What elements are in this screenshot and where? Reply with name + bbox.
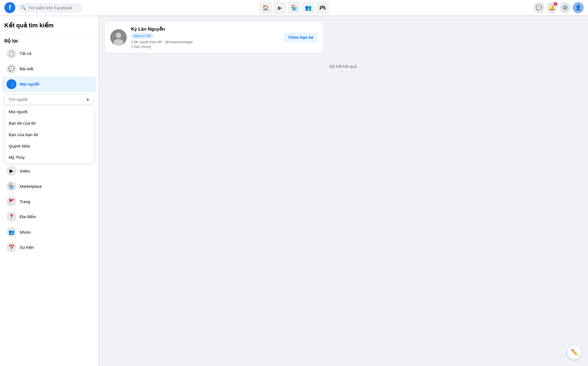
dia-diem-icon: 📍	[7, 212, 16, 222]
messenger-button[interactable]: 💬	[533, 2, 544, 13]
compose-button[interactable]: ✏️	[567, 345, 581, 359]
notification-badge: 4	[554, 2, 557, 6]
header-right: 💬 🔔 4 ⚙️ 👤	[533, 2, 584, 13]
add-friend-button[interactable]: Thêm bạn bè	[284, 33, 318, 42]
marketplace-icon: 🏪	[7, 181, 16, 191]
sidebar-item-moi-nguoi[interactable]: 👥 Mọi người	[2, 77, 96, 92]
person-avatar	[110, 29, 127, 46]
person-username: @nhavantuonglai	[165, 40, 192, 44]
end-results: Đã hết kết quả	[105, 60, 581, 73]
sidebar-item-label: Sự kiện	[20, 245, 34, 250]
sidebar-item-label: Địa điểm	[20, 214, 36, 219]
sidebar-item-label: Video	[20, 169, 30, 173]
nav-video[interactable]: ▶	[273, 1, 286, 14]
sidebar-item-label: Nhóm	[20, 230, 31, 235]
tat-ca-icon: 📋	[7, 49, 16, 58]
sidebar-item-video[interactable]: ▶ Video	[2, 163, 96, 178]
dropdown-item-quynh-nhiii[interactable]: Quỳnh Nhiii	[4, 140, 94, 152]
sidebar-item-dia-diem[interactable]: 📍 Địa điểm	[2, 209, 96, 224]
notifications-button[interactable]: 🔔 4	[547, 2, 557, 13]
sidebar-item-nhom[interactable]: 👥 Nhóm	[2, 224, 96, 240]
dropdown-placeholder: Tìm người	[8, 97, 27, 102]
chevron-down-icon: ▼	[86, 97, 90, 102]
messenger-icon: 💬	[536, 5, 542, 11]
search-icon: 🔍	[21, 5, 26, 10]
page-title: Kết quả tìm kiếm	[0, 20, 98, 33]
facebook-logo[interactable]: f	[4, 2, 15, 13]
settings-button[interactable]: ⚙️	[560, 2, 571, 13]
nhom-icon: 👥	[7, 227, 16, 237]
sidebar-item-label: Trang	[20, 199, 30, 204]
filter-dropdown-trigger[interactable]: Tìm người ▼	[4, 94, 94, 105]
video-icon: ▶	[7, 166, 16, 176]
dropdown-menu: Mọi người Bạn bè của tôi Bạn của bạn bè …	[4, 106, 94, 163]
compose-icon: ✏️	[571, 349, 578, 356]
search-input[interactable]	[28, 5, 80, 10]
sidebar-item-bai-viet[interactable]: 💬 Bài viết	[2, 61, 96, 77]
dropdown-item-ban-be[interactable]: Bạn bè của tôi	[4, 118, 94, 129]
dropdown-item-moi-nguoi[interactable]: Mọi người	[4, 106, 94, 118]
settings-icon: ⚙️	[562, 5, 568, 11]
person-mutual-friends: 2 bạn chung	[131, 45, 279, 49]
filter-label: Bộ lọc	[0, 37, 98, 46]
sidebar-item-marketplace[interactable]: 🏪 Marketplace	[2, 178, 96, 194]
svg-point-2	[114, 39, 123, 46]
sidebar-item-label: Mọi người	[20, 82, 39, 87]
moi-nguoi-icon: 👥	[7, 79, 16, 89]
header-left: f 🔍	[4, 2, 83, 13]
user-avatar[interactable]: 👤	[573, 2, 584, 13]
dropdown-item-ban-cua-ban[interactable]: Bạn của bạn bè	[4, 129, 94, 140]
search-box: 🔍	[17, 3, 83, 13]
header-nav: 🏠 ▶ 🏪 👥 🎮	[259, 1, 329, 14]
trang-icon: 🚩	[7, 197, 16, 206]
header: f 🔍 🏠 ▶ 🏪 👥 🎮 💬 🔔 4 ⚙️ 👤	[0, 0, 588, 15]
person-followers: 1,6K người theo dõi	[131, 40, 162, 44]
sidebar-item-su-kien[interactable]: 📅 Sự kiện	[2, 240, 96, 255]
su-kien-icon: 📅	[7, 242, 16, 252]
nav-group[interactable]: 👥	[302, 1, 315, 14]
person-result-card: Kỳ Lân Nguyễn 08xxx7749 1,6K người theo …	[105, 22, 323, 53]
main-layout: Kết quả tìm kiếm Bộ lọc 📋 Tất cả 💬 Bài v…	[0, 0, 588, 366]
sidebar: Kết quả tìm kiếm Bộ lọc 📋 Tất cả 💬 Bài v…	[0, 15, 98, 366]
bai-viet-icon: 💬	[7, 64, 16, 74]
sidebar-item-tat-ca[interactable]: 📋 Tất cả	[2, 46, 96, 61]
sidebar-item-label: Bài viết	[20, 66, 33, 71]
nav-store[interactable]: 🏪	[287, 1, 301, 14]
sidebar-item-label: Marketplace	[20, 184, 42, 189]
svg-point-1	[116, 33, 121, 38]
sidebar-divider	[4, 33, 94, 34]
nav-game[interactable]: 🎮	[316, 1, 329, 14]
person-info: Kỳ Lân Nguyễn 08xxx7749 1,6K người theo …	[131, 26, 279, 49]
dropdown-item-my-thuy[interactable]: Mỹ Thùy	[4, 152, 94, 163]
main-content: Kỳ Lân Nguyễn 08xxx7749 1,6K người theo …	[98, 15, 588, 366]
sidebar-item-label: Tất cả	[20, 51, 31, 56]
sidebar-item-trang[interactable]: 🚩 Trang	[2, 194, 96, 209]
person-meta: 1,6K người theo dõi · @nhavantuonglai	[131, 40, 279, 44]
person-name: Kỳ Lân Nguyễn	[131, 26, 279, 32]
notification-icon: 🔔	[549, 5, 555, 11]
nav-home[interactable]: 🏠	[259, 1, 272, 14]
person-phone-badge: 08xxx7749	[131, 33, 153, 39]
filter-dropdown-container: Tìm người ▼ Mọi người Bạn bè của tôi Bạn…	[0, 92, 98, 163]
